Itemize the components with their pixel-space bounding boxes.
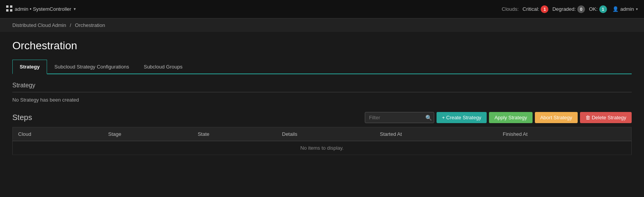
col-finished-at: Finished At xyxy=(497,127,632,141)
col-state: State xyxy=(192,127,277,141)
user-icon: 👤 xyxy=(612,6,619,12)
table-header: Cloud Stage State Details Started At Fin… xyxy=(13,127,632,141)
no-strategy-message: No Strategy has been created xyxy=(12,97,632,103)
breadcrumb: Distributed Cloud Admin / Orchestration xyxy=(0,18,644,32)
user-dropdown-arrow: ▾ xyxy=(636,7,638,11)
no-items-message: No items to display. xyxy=(13,141,632,155)
filter-wrapper: 🔍 xyxy=(365,112,434,123)
create-strategy-label: + Create Strategy xyxy=(442,115,481,120)
filter-input[interactable] xyxy=(365,112,434,123)
create-strategy-button[interactable]: + Create Strategy xyxy=(437,112,487,123)
tab-subcloud-groups[interactable]: Subcloud Groups xyxy=(137,60,190,74)
page-title: Orchestration xyxy=(12,40,632,52)
strategy-section-title: Strategy xyxy=(12,82,632,89)
tabs: Strategy Subcloud Strategy Configuration… xyxy=(12,60,632,74)
breadcrumb-current: Orchestration xyxy=(75,22,105,28)
steps-table: Cloud Stage State Details Started At Fin… xyxy=(12,127,632,155)
tab-subcloud-groups-label: Subcloud Groups xyxy=(144,64,182,70)
clouds-label: Clouds: xyxy=(502,6,519,12)
critical-status: Critical: 1 xyxy=(523,5,548,13)
strategy-divider xyxy=(12,92,632,92)
table-body: No items to display. xyxy=(13,141,632,155)
nav-right: Clouds: Critical: 1 Degraded: 0 OK: 1 👤 … xyxy=(502,5,638,13)
nav-dropdown-arrow[interactable]: ▾ xyxy=(74,7,76,12)
svg-rect-1 xyxy=(10,5,12,8)
cloud-status: Clouds: Critical: 1 Degraded: 0 OK: 1 xyxy=(502,5,607,13)
breadcrumb-separator: / xyxy=(70,22,71,28)
grid-icon xyxy=(6,5,12,13)
critical-label: Critical: xyxy=(523,6,539,12)
apply-strategy-label: Apply Strategy xyxy=(494,115,527,120)
table-header-row: Cloud Stage State Details Started At Fin… xyxy=(13,127,632,141)
col-stage: Stage xyxy=(103,127,192,141)
user-label: admin xyxy=(620,6,634,12)
tab-subcloud-strategy-configurations[interactable]: Subcloud Strategy Configurations xyxy=(47,60,137,74)
ok-badge: 1 xyxy=(599,5,607,13)
critical-badge: 1 xyxy=(541,5,548,13)
nav-app-label[interactable]: admin • SystemController ▾ xyxy=(6,5,76,13)
steps-actions: 🔍 + Create Strategy Apply Strategy Abort… xyxy=(365,112,632,123)
abort-strategy-label: Abort Strategy xyxy=(540,115,572,120)
tab-strategy-label: Strategy xyxy=(20,64,40,70)
svg-rect-0 xyxy=(6,5,8,8)
svg-rect-3 xyxy=(10,9,12,12)
strategy-section: Strategy No Strategy has been created St… xyxy=(12,82,632,155)
degraded-label: Degraded: xyxy=(552,6,576,12)
apply-strategy-button[interactable]: Apply Strategy xyxy=(489,112,533,123)
delete-strategy-button[interactable]: 🗑 Delete Strategy xyxy=(580,112,632,123)
user-menu[interactable]: 👤 admin ▾ xyxy=(612,6,638,12)
col-details: Details xyxy=(276,127,374,141)
ok-label: OK: xyxy=(589,6,597,12)
steps-header: Steps 🔍 + Create Strategy Apply Strategy… xyxy=(12,112,632,123)
breadcrumb-parent[interactable]: Distributed Cloud Admin xyxy=(12,22,66,28)
search-button[interactable]: 🔍 xyxy=(425,115,432,121)
svg-rect-2 xyxy=(6,9,8,12)
col-cloud: Cloud xyxy=(13,127,103,141)
delete-strategy-label: 🗑 Delete Strategy xyxy=(585,115,626,120)
ok-status: OK: 1 xyxy=(589,5,607,13)
steps-title: Steps xyxy=(12,113,32,122)
page-content: Orchestration Strategy Subcloud Strategy… xyxy=(0,32,644,163)
top-nav: admin • SystemController ▾ Clouds: Criti… xyxy=(0,0,644,18)
degraded-status: Degraded: 0 xyxy=(552,5,585,13)
no-items-row: No items to display. xyxy=(13,141,632,155)
abort-strategy-button[interactable]: Abort Strategy xyxy=(535,112,578,123)
tab-strategy[interactable]: Strategy xyxy=(12,60,47,74)
tab-subcloud-label: Subcloud Strategy Configurations xyxy=(54,64,129,70)
app-label: admin • SystemController xyxy=(15,6,71,12)
degraded-badge: 0 xyxy=(577,5,585,13)
col-started-at: Started At xyxy=(374,127,497,141)
